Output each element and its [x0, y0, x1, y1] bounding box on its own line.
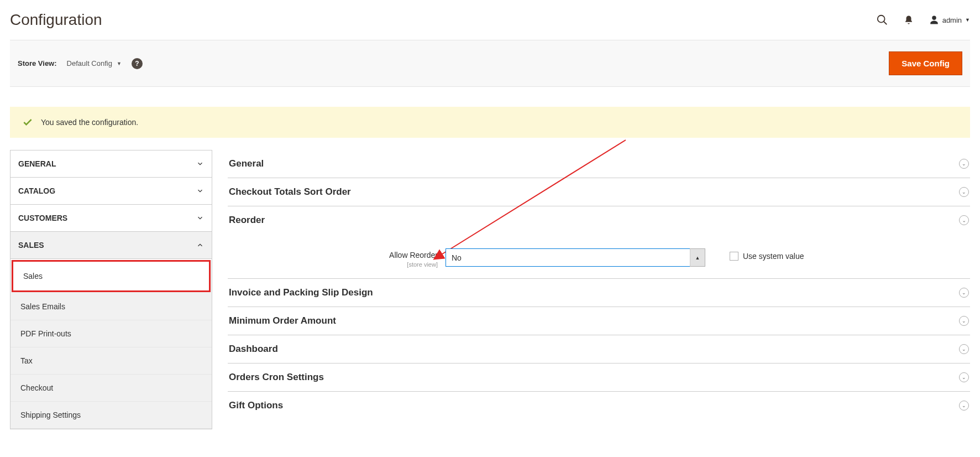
sidebar-group-catalog[interactable]: CATALOG	[11, 178, 212, 205]
user-menu[interactable]: admin ▼	[929, 15, 970, 25]
use-system-label: Use system value	[743, 252, 804, 261]
page-header: Configuration admin ▼	[10, 6, 970, 40]
allow-reorder-select[interactable]: No ▲	[446, 248, 705, 267]
sidebar-group-label: GENERAL	[18, 159, 56, 168]
chevron-up-icon: ⌃	[959, 215, 969, 225]
user-icon	[929, 15, 939, 25]
section-dashboard[interactable]: Dashboard ⌄	[228, 335, 970, 363]
chevron-down-icon: ⌄	[959, 316, 969, 326]
caret-down-icon: ▼	[965, 17, 970, 23]
chevron-down-icon: ⌄	[959, 288, 969, 298]
section-title: Invoice and Packing Slip Design	[229, 287, 373, 298]
section-reorder[interactable]: Reorder ⌃	[228, 206, 970, 234]
svg-point-0	[877, 15, 884, 23]
success-text: You saved the configuration.	[41, 118, 138, 127]
chevron-down-icon	[196, 214, 204, 222]
success-message: You saved the configuration.	[10, 107, 970, 138]
toolbar-left: Store View: Default Config ▼ ?	[18, 58, 143, 69]
section-invoice-packing[interactable]: Invoice and Packing Slip Design ⌄	[228, 279, 970, 307]
use-system-value-wrap: Use system value	[730, 248, 804, 261]
sidebar-item-checkout[interactable]: Checkout	[11, 375, 212, 402]
save-config-button[interactable]: Save Config	[889, 51, 962, 75]
select-value: No	[446, 248, 705, 267]
section-reorder-body: Allow Reorder [store view] No ▲ Use syst…	[228, 234, 970, 279]
sidebar-item-shipping[interactable]: Shipping Settings	[11, 402, 212, 429]
sidebar-item-sales-emails[interactable]: Sales Emails	[11, 293, 212, 320]
section-checkout-totals[interactable]: Checkout Totals Sort Order ⌄	[228, 178, 970, 206]
section-orders-cron[interactable]: Orders Cron Settings ⌄	[228, 363, 970, 392]
sidebar-group-customers[interactable]: CUSTOMERS	[11, 205, 212, 232]
chevron-down-icon: ⌄	[959, 372, 969, 382]
sidebar-group-label: SALES	[18, 241, 44, 250]
toolbar: Store View: Default Config ▼ ? Save Conf…	[10, 40, 970, 87]
caret-down-icon: ▼	[117, 61, 122, 66]
field-scope: [store view]	[407, 261, 438, 268]
help-icon[interactable]: ?	[132, 58, 143, 69]
section-title: Gift Options	[229, 400, 283, 411]
header-actions: admin ▼	[876, 14, 970, 26]
chevron-down-icon: ⌄	[959, 187, 969, 197]
config-sidebar: GENERAL CATALOG CUSTOMERS SALES Sales Sa…	[10, 150, 212, 429]
section-title: Checkout Totals Sort Order	[229, 186, 351, 198]
search-icon[interactable]	[876, 14, 888, 26]
section-title: General	[229, 158, 264, 169]
field-allow-reorder: Allow Reorder [store view] No ▲ Use syst…	[228, 248, 970, 268]
bell-icon[interactable]	[904, 15, 914, 25]
page-title: Configuration	[10, 11, 102, 29]
sidebar-group-general[interactable]: GENERAL	[11, 150, 212, 178]
sidebar-group-sales[interactable]: SALES	[11, 232, 212, 259]
chevron-down-icon: ⌄	[959, 344, 969, 354]
section-general[interactable]: General ⌄	[228, 150, 970, 178]
section-title: Orders Cron Settings	[229, 372, 324, 383]
store-view-value: Default Config	[67, 59, 112, 67]
chevron-down-icon: ⌄	[959, 401, 969, 411]
section-min-order[interactable]: Minimum Order Amount ⌄	[228, 307, 970, 335]
sidebar-group-label: CATALOG	[18, 186, 55, 195]
store-view-label: Store View:	[18, 59, 57, 67]
check-icon	[22, 117, 33, 128]
chevron-down-icon	[196, 187, 204, 195]
sidebar-item-tax[interactable]: Tax	[11, 347, 212, 375]
field-label-wrap: Allow Reorder [store view]	[228, 248, 438, 268]
store-view-select[interactable]: Default Config ▼	[67, 59, 122, 67]
chevron-down-icon: ⌄	[959, 159, 969, 169]
field-label: Allow Reorder	[228, 251, 438, 259]
sidebar-item-sales[interactable]: Sales	[12, 260, 211, 292]
section-title: Minimum Order Amount	[229, 315, 336, 326]
section-title: Reorder	[229, 215, 265, 226]
sidebar-items: Sales Sales Emails PDF Print-outs Tax Ch…	[11, 260, 212, 429]
svg-line-1	[883, 22, 887, 25]
caret-up-icon: ▲	[690, 248, 705, 267]
sidebar-item-pdf[interactable]: PDF Print-outs	[11, 320, 212, 347]
chevron-down-icon	[196, 160, 204, 168]
user-label: admin	[942, 16, 962, 24]
use-system-checkbox[interactable]	[730, 252, 738, 261]
sidebar-group-label: CUSTOMERS	[18, 214, 67, 222]
main-layout: GENERAL CATALOG CUSTOMERS SALES Sales Sa…	[10, 150, 970, 429]
section-title: Dashboard	[229, 344, 278, 355]
section-gift-options[interactable]: Gift Options ⌄	[228, 392, 970, 419]
chevron-up-icon	[196, 241, 204, 249]
config-content: General ⌄ Checkout Totals Sort Order ⌄ R…	[228, 150, 970, 429]
